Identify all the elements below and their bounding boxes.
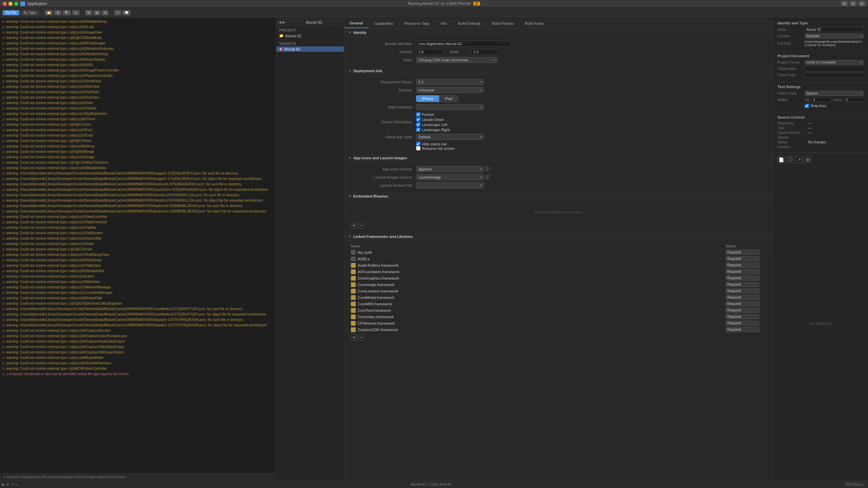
linked-frameworks-section-header[interactable]: ▼ Linked Frameworks and Libraries (344, 232, 773, 241)
app-icons-section-header[interactable]: ▼ App Icons and Launch Images (344, 154, 773, 162)
id-name-input[interactable] (805, 27, 864, 32)
status-bar-style-select[interactable]: Default (416, 134, 484, 140)
search-button[interactable]: 🔍 (63, 10, 71, 15)
debug-step-over-button[interactable]: ↷ (11, 483, 14, 486)
debug-toggle-button[interactable]: ⊟ (850, 1, 856, 6)
nav-project-item[interactable]: 📁 Atonal SC (276, 33, 344, 39)
framework-status-select[interactable]: Required (726, 263, 760, 268)
output-filter-select[interactable]: All Output (844, 482, 866, 487)
landscape-left-option[interactable]: Landscape Left (416, 122, 450, 127)
navigator-toggle-button[interactable]: ⊟ (841, 1, 848, 6)
tab-resource-tags[interactable]: Resource Tags (399, 18, 435, 28)
deployment-target-select[interactable]: 5.1 (416, 79, 484, 85)
zoom-button[interactable] (14, 2, 18, 6)
requires-full-screen-option[interactable]: Requires full screen (416, 146, 766, 150)
list-item: ⚠warning: Could not resolve external typ… (0, 79, 276, 84)
bundle-identifier-input[interactable] (416, 41, 511, 47)
minimize-button[interactable] (8, 2, 13, 6)
tab-info[interactable]: Info (435, 18, 452, 28)
framework-status-select[interactable]: Required (726, 269, 760, 274)
framework-status-select[interactable]: Required (726, 295, 760, 300)
class-prefix-input[interactable] (805, 73, 864, 78)
framework-status-select[interactable]: Required (726, 314, 760, 319)
list-view-button[interactable]: ☰ (85, 10, 92, 15)
debug-step-button[interactable]: ⏸ (6, 483, 9, 486)
organization-input[interactable] (805, 66, 864, 71)
wrap-lines-checkbox[interactable] (805, 104, 809, 108)
id-action-3[interactable]: ↗ (795, 156, 803, 163)
hide-status-bar-option[interactable]: Hide status bar (416, 142, 766, 146)
framework-status-select[interactable]: Required (726, 256, 760, 261)
tab-capabilities[interactable]: Capabilities (369, 18, 399, 28)
devices-select[interactable]: Universal (416, 87, 484, 93)
filter-icon-button[interactable]: ⚙ (54, 10, 61, 15)
framework-status-select[interactable]: Required (726, 327, 760, 332)
warning-filter-button[interactable]: ⚠ (72, 10, 79, 15)
ipad-button[interactable]: iPad (439, 95, 458, 102)
iphone-button[interactable]: iPhone (416, 95, 439, 102)
launch-screen-file-select[interactable] (416, 182, 484, 188)
project-format-select[interactable]: Xcode 3.2-compatible (805, 60, 864, 65)
id-action-4[interactable]: ⊞ (804, 156, 811, 163)
tab-build-settings[interactable]: Build Settings (453, 18, 487, 28)
wrap-lines-row[interactable]: Wrap lines (777, 104, 864, 108)
filter-by-file-button[interactable]: By File (3, 10, 19, 15)
wrap-lines-option[interactable]: Wrap lines (805, 104, 826, 108)
id-action-2[interactable]: ⓘ (786, 156, 794, 163)
main-interface-select[interactable] (416, 104, 484, 110)
framework-status-select[interactable]: Required (726, 282, 760, 287)
nav-target-item[interactable]: 🎯 Atonal SC (276, 46, 344, 52)
split-view-button[interactable]: ⊟ (102, 10, 108, 15)
deployment-section-header[interactable]: ▼ Deployment Info (344, 67, 773, 75)
share-button[interactable]: ↗ (114, 10, 121, 15)
app-icons-info-button[interactable]: ⓘ (485, 166, 490, 172)
add-framework-button[interactable]: + (351, 334, 357, 340)
launch-images-source-select[interactable]: LaunchImage (416, 174, 484, 180)
hide-status-bar-checkbox[interactable] (416, 142, 420, 146)
nav-forward-button[interactable]: ▶ (282, 20, 285, 24)
tab-general[interactable]: General (344, 18, 369, 28)
app-icons-source-select[interactable]: Applcon (416, 166, 484, 172)
framework-status-select[interactable]: Required (726, 321, 760, 326)
debug-play-button[interactable]: ▶ (2, 483, 5, 486)
upside-down-checkbox[interactable] (416, 117, 420, 122)
upside-down-option[interactable]: Upside Down (416, 117, 450, 122)
framework-status-select[interactable]: Required (726, 276, 760, 281)
close-button[interactable] (3, 2, 7, 6)
add-embedded-binary-button[interactable]: + (351, 222, 357, 228)
portrait-option[interactable]: Portrait (416, 112, 450, 117)
tab-build-rules[interactable]: Build Rules (519, 18, 550, 28)
warnings-status-bar: ⚠ A launch storyboard or xib must be pro… (0, 473, 276, 481)
window-controls[interactable] (3, 2, 18, 6)
framework-status-select[interactable]: Required (726, 288, 760, 293)
indent-using-select[interactable]: Spaces (805, 91, 864, 96)
landscape-right-option[interactable]: Landscape Right (416, 127, 450, 132)
nav-back-button[interactable]: ◀ (278, 20, 281, 24)
tab-width-input[interactable] (812, 97, 832, 102)
build-input[interactable] (471, 49, 498, 55)
inspector-toggle-button[interactable]: ⊟ (859, 1, 865, 6)
folder-icon-button[interactable]: 📁 (45, 10, 53, 15)
launch-images-info-button[interactable]: ⓘ (485, 174, 490, 180)
portrait-checkbox[interactable] (416, 112, 420, 117)
filter-by-type-button[interactable]: By Type (21, 10, 39, 15)
framework-status-select[interactable]: Required (726, 308, 760, 313)
comment-button[interactable]: 💬 (122, 10, 131, 15)
embedded-binaries-section-header[interactable]: ▼ Embedded Binaries (344, 192, 773, 201)
landscape-right-checkbox[interactable] (416, 127, 420, 132)
grid-view-button[interactable]: ⊞ (94, 10, 100, 15)
framework-status-select[interactable]: Required (726, 250, 760, 255)
identity-section-header[interactable]: ▼ Identity (344, 28, 773, 37)
framework-status-select[interactable]: Required (726, 301, 760, 306)
version-input[interactable] (416, 49, 443, 55)
debug-step-into-button[interactable]: ↘ (15, 483, 18, 486)
requires-full-screen-checkbox[interactable] (416, 146, 420, 150)
remove-embedded-binary-button[interactable]: − (358, 222, 364, 228)
id-location-select[interactable]: Absolute (805, 34, 864, 39)
id-action-1[interactable]: 📄 (777, 156, 785, 163)
team-select[interactable]: Chuang Chih-Yuan (ericchuan... (416, 57, 497, 63)
tab-build-phases[interactable]: Build Phases (487, 18, 519, 28)
landscape-left-checkbox[interactable] (416, 122, 420, 127)
remove-framework-button[interactable]: − (358, 334, 364, 340)
indent-width-input[interactable] (844, 97, 864, 102)
